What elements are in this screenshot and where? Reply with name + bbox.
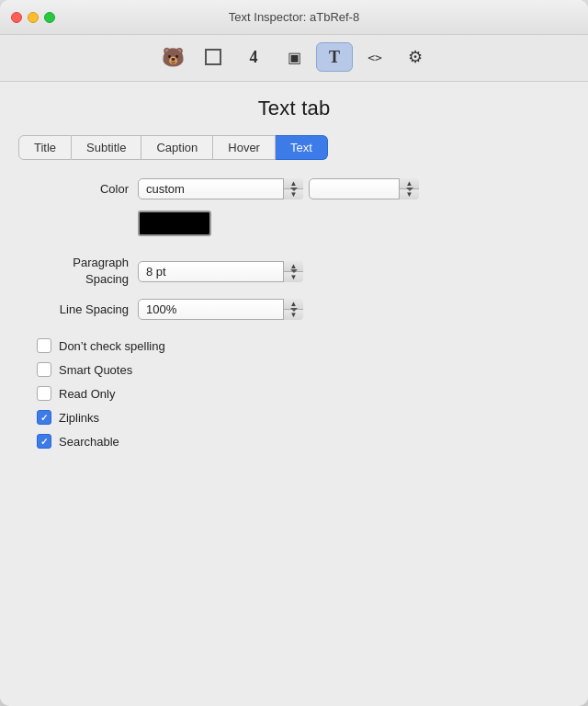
line-spacing-label: Line Spacing bbox=[18, 302, 129, 316]
color-primary-up[interactable]: ▲ bbox=[284, 178, 303, 189]
color-row: Color custom default red green blue ▲ ▼ bbox=[18, 178, 570, 199]
code-icon: <> bbox=[368, 51, 382, 64]
quotes-checkbox[interactable] bbox=[37, 362, 51, 377]
bear-icon: 🐻 bbox=[162, 46, 185, 68]
content-area: Text tab Title Subtitle Caption Hover Te… bbox=[0, 82, 588, 706]
paragraph-spacing-up[interactable]: ▲ bbox=[284, 261, 303, 272]
four-icon: 4 bbox=[250, 48, 258, 67]
toolbar: 🐻 4 ▣ T <> ⚙ bbox=[0, 35, 588, 82]
line-spacing-wrapper: 75% 100% 125% 150% 200% ▲ ▼ bbox=[138, 299, 303, 320]
color-primary-down[interactable]: ▼ bbox=[284, 189, 303, 199]
color-swatch-row bbox=[138, 211, 570, 236]
readonly-label: Read Only bbox=[59, 387, 115, 401]
color-primary-stepper: ▲ ▼ bbox=[283, 178, 303, 199]
color-primary-select[interactable]: custom default red green blue bbox=[138, 178, 303, 199]
paragraph-spacing-wrapper: 4 pt 6 pt 8 pt 10 pt 12 pt ▲ ▼ bbox=[138, 261, 303, 282]
color-select-container: custom default red green blue ▲ ▼ bbox=[138, 178, 419, 199]
tab-bar: Title Subtitle Caption Hover Text bbox=[18, 135, 570, 160]
color-secondary-wrapper: ▲ ▼ bbox=[309, 178, 419, 199]
color-secondary-stepper: ▲ ▼ bbox=[399, 178, 419, 199]
checkbox-quotes-row: Smart Quotes bbox=[37, 362, 570, 377]
paragraph-spacing-select[interactable]: 4 pt 6 pt 8 pt 10 pt 12 pt bbox=[138, 261, 303, 282]
color-secondary-down[interactable]: ▼ bbox=[400, 189, 419, 199]
color-secondary-up[interactable]: ▲ bbox=[400, 178, 419, 189]
spell-checkbox[interactable] bbox=[37, 338, 51, 353]
main-window: Text Inspector: aTbRef-8 🐻 4 ▣ T <> ⚙ Te… bbox=[0, 0, 588, 706]
checkbox-readonly-row: Read Only bbox=[37, 386, 570, 401]
checkbox-spell-row: Don’t check spelling bbox=[37, 338, 570, 353]
text-tab-icon: T bbox=[329, 48, 340, 67]
line-spacing-row: Line Spacing 75% 100% 125% 150% 200% ▲ ▼ bbox=[18, 299, 570, 320]
toolbar-bear-button[interactable]: 🐻 bbox=[154, 42, 191, 72]
spell-label: Don’t check spelling bbox=[59, 339, 165, 353]
traffic-lights bbox=[11, 12, 55, 23]
toolbar-note-button[interactable] bbox=[195, 42, 232, 72]
note-icon bbox=[205, 49, 221, 65]
close-button[interactable] bbox=[11, 12, 22, 23]
paragraph-spacing-stepper: ▲ ▼ bbox=[283, 261, 303, 282]
tab-title[interactable]: Title bbox=[18, 135, 72, 160]
checkbox-ziplinks-row: Ziplinks bbox=[37, 410, 570, 425]
tab-caption[interactable]: Caption bbox=[141, 135, 213, 160]
color-primary-wrapper: custom default red green blue ▲ ▼ bbox=[138, 178, 303, 199]
line-spacing-select[interactable]: 75% 100% 125% 150% 200% bbox=[138, 299, 303, 320]
line-spacing-down[interactable]: ▼ bbox=[284, 310, 303, 320]
tab-text[interactable]: Text bbox=[276, 135, 328, 160]
color-swatch[interactable] bbox=[138, 211, 211, 236]
toolbar-window-button[interactable]: ▣ bbox=[276, 42, 312, 72]
gear-icon: ⚙ bbox=[408, 47, 423, 67]
paragraph-spacing-row: ParagraphSpacing 4 pt 6 pt 8 pt 10 pt 12… bbox=[18, 255, 570, 288]
minimize-button[interactable] bbox=[28, 12, 39, 23]
paragraph-spacing-label: ParagraphSpacing bbox=[18, 255, 129, 288]
searchable-checkbox[interactable] bbox=[37, 434, 51, 449]
paragraph-spacing-down[interactable]: ▼ bbox=[284, 272, 303, 282]
checkbox-searchable-row: Searchable bbox=[37, 434, 570, 449]
toolbar-gear-button[interactable]: ⚙ bbox=[397, 42, 434, 72]
ziplinks-checkbox[interactable] bbox=[37, 410, 51, 425]
toolbar-text-button[interactable]: T bbox=[316, 42, 353, 72]
ziplinks-label: Ziplinks bbox=[59, 411, 99, 425]
maximize-button[interactable] bbox=[44, 12, 55, 23]
readonly-checkbox[interactable] bbox=[37, 386, 51, 401]
tab-hover[interactable]: Hover bbox=[213, 135, 276, 160]
searchable-label: Searchable bbox=[59, 435, 119, 449]
toolbar-code-button[interactable]: <> bbox=[356, 42, 393, 72]
line-spacing-stepper: ▲ ▼ bbox=[283, 299, 303, 320]
titlebar: Text Inspector: aTbRef-8 bbox=[0, 0, 588, 35]
tab-subtitle[interactable]: Subtitle bbox=[72, 135, 141, 160]
toolbar-4-button[interactable]: 4 bbox=[235, 42, 272, 72]
window-icon: ▣ bbox=[288, 49, 301, 66]
window-title: Text Inspector: aTbRef-8 bbox=[229, 10, 359, 24]
quotes-label: Smart Quotes bbox=[59, 363, 132, 377]
line-spacing-up[interactable]: ▲ bbox=[284, 299, 303, 310]
page-title: Text tab bbox=[18, 97, 570, 120]
color-label: Color bbox=[18, 182, 129, 196]
